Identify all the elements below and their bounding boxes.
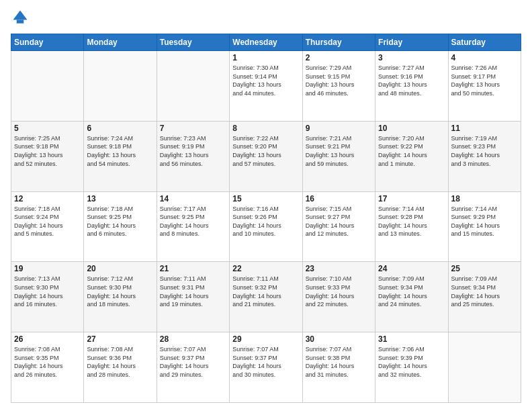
logo — [11, 8, 32, 27]
week-row-1: 5Sunrise: 7:25 AMSunset: 9:18 PMDaylight… — [11, 121, 521, 191]
calendar-cell: 18Sunrise: 7:14 AMSunset: 9:29 PMDayligh… — [448, 191, 521, 262]
day-number: 16 — [306, 194, 372, 203]
calendar-cell: 28Sunrise: 7:07 AMSunset: 9:37 PMDayligh… — [157, 332, 229, 403]
calendar-cell: 26Sunrise: 7:08 AMSunset: 9:35 PMDayligh… — [11, 332, 84, 403]
weekday-header-row: SundayMondayTuesdayWednesdayThursdayFrid… — [11, 34, 521, 51]
day-number: 31 — [378, 334, 445, 344]
weekday-header-monday: Monday — [84, 34, 157, 51]
week-row-4: 26Sunrise: 7:08 AMSunset: 9:35 PMDayligh… — [11, 332, 521, 403]
day-info: Sunrise: 7:29 AMSunset: 9:15 PMDaylight:… — [306, 64, 372, 97]
day-number: 4 — [451, 53, 518, 62]
weekday-header-saturday: Saturday — [448, 34, 521, 51]
day-info: Sunrise: 7:25 AMSunset: 9:18 PMDaylight:… — [14, 134, 81, 168]
day-number: 23 — [306, 264, 372, 273]
calendar-cell: 6Sunrise: 7:24 AMSunset: 9:18 PMDaylight… — [84, 121, 157, 191]
day-info: Sunrise: 7:18 AMSunset: 9:24 PMDaylight:… — [14, 205, 81, 238]
svg-rect-1 — [17, 20, 24, 24]
day-info: Sunrise: 7:06 AMSunset: 9:39 PMDaylight:… — [378, 345, 445, 379]
day-number: 14 — [160, 194, 226, 203]
week-row-3: 19Sunrise: 7:13 AMSunset: 9:30 PMDayligh… — [11, 262, 521, 332]
weekday-header-thursday: Thursday — [302, 34, 375, 51]
calendar-cell: 29Sunrise: 7:07 AMSunset: 9:37 PMDayligh… — [230, 332, 302, 403]
day-info: Sunrise: 7:17 AMSunset: 9:25 PMDaylight:… — [160, 205, 226, 238]
day-number: 24 — [378, 264, 445, 273]
day-info: Sunrise: 7:14 AMSunset: 9:28 PMDaylight:… — [378, 205, 445, 238]
weekday-header-wednesday: Wednesday — [230, 34, 302, 51]
week-row-2: 12Sunrise: 7:18 AMSunset: 9:24 PMDayligh… — [11, 191, 521, 262]
day-info: Sunrise: 7:09 AMSunset: 9:34 PMDaylight:… — [378, 275, 445, 308]
calendar-cell: 4Sunrise: 7:26 AMSunset: 9:17 PMDaylight… — [448, 51, 521, 122]
day-number: 17 — [378, 194, 445, 203]
calendar-cell: 31Sunrise: 7:06 AMSunset: 9:39 PMDayligh… — [375, 332, 448, 403]
day-info: Sunrise: 7:18 AMSunset: 9:25 PMDaylight:… — [87, 205, 153, 238]
calendar-cell: 1Sunrise: 7:30 AMSunset: 9:14 PMDaylight… — [230, 51, 302, 122]
day-info: Sunrise: 7:10 AMSunset: 9:33 PMDaylight:… — [306, 275, 372, 308]
calendar-cell: 11Sunrise: 7:19 AMSunset: 9:23 PMDayligh… — [448, 121, 521, 191]
calendar-table: SundayMondayTuesdayWednesdayThursdayFrid… — [11, 34, 521, 403]
day-info: Sunrise: 7:11 AMSunset: 9:31 PMDaylight:… — [160, 275, 226, 308]
calendar-cell: 20Sunrise: 7:12 AMSunset: 9:30 PMDayligh… — [84, 262, 157, 332]
day-number: 15 — [232, 194, 299, 203]
day-number: 7 — [160, 124, 226, 133]
day-number: 11 — [451, 124, 518, 133]
day-info: Sunrise: 7:11 AMSunset: 9:32 PMDaylight:… — [232, 275, 299, 308]
day-info: Sunrise: 7:26 AMSunset: 9:17 PMDaylight:… — [451, 64, 518, 97]
calendar-cell: 25Sunrise: 7:09 AMSunset: 9:34 PMDayligh… — [448, 262, 521, 332]
day-info: Sunrise: 7:12 AMSunset: 9:30 PMDaylight:… — [87, 275, 153, 308]
day-number: 21 — [160, 264, 226, 273]
day-info: Sunrise: 7:22 AMSunset: 9:20 PMDaylight:… — [232, 134, 299, 168]
calendar-cell: 19Sunrise: 7:13 AMSunset: 9:30 PMDayligh… — [11, 262, 84, 332]
day-info: Sunrise: 7:07 AMSunset: 9:38 PMDaylight:… — [306, 345, 372, 379]
svg-marker-0 — [13, 11, 28, 20]
day-info: Sunrise: 7:27 AMSunset: 9:16 PMDaylight:… — [378, 64, 445, 97]
day-number: 2 — [306, 53, 372, 62]
calendar-cell: 21Sunrise: 7:11 AMSunset: 9:31 PMDayligh… — [157, 262, 229, 332]
day-number: 28 — [160, 334, 226, 344]
calendar-cell: 27Sunrise: 7:08 AMSunset: 9:36 PMDayligh… — [84, 332, 157, 403]
day-info: Sunrise: 7:08 AMSunset: 9:36 PMDaylight:… — [87, 345, 153, 379]
day-info: Sunrise: 7:19 AMSunset: 9:23 PMDaylight:… — [451, 134, 518, 168]
weekday-header-tuesday: Tuesday — [157, 34, 229, 51]
calendar-cell: 24Sunrise: 7:09 AMSunset: 9:34 PMDayligh… — [375, 262, 448, 332]
calendar-cell: 22Sunrise: 7:11 AMSunset: 9:32 PMDayligh… — [230, 262, 302, 332]
page: SundayMondayTuesdayWednesdayThursdayFrid… — [0, 0, 532, 411]
day-info: Sunrise: 7:16 AMSunset: 9:26 PMDaylight:… — [232, 205, 299, 238]
calendar-cell: 8Sunrise: 7:22 AMSunset: 9:20 PMDaylight… — [230, 121, 302, 191]
calendar-cell — [11, 51, 84, 122]
day-number: 9 — [306, 124, 372, 133]
day-info: Sunrise: 7:07 AMSunset: 9:37 PMDaylight:… — [232, 345, 299, 379]
day-info: Sunrise: 7:24 AMSunset: 9:18 PMDaylight:… — [87, 134, 153, 168]
day-number: 20 — [87, 264, 153, 273]
day-info: Sunrise: 7:20 AMSunset: 9:22 PMDaylight:… — [378, 134, 445, 168]
day-info: Sunrise: 7:07 AMSunset: 9:37 PMDaylight:… — [160, 345, 226, 379]
day-number: 13 — [87, 194, 153, 203]
calendar-cell — [157, 51, 229, 122]
calendar-cell: 23Sunrise: 7:10 AMSunset: 9:33 PMDayligh… — [302, 262, 375, 332]
day-number: 30 — [306, 334, 372, 344]
day-info: Sunrise: 7:30 AMSunset: 9:14 PMDaylight:… — [232, 64, 299, 97]
weekday-header-friday: Friday — [375, 34, 448, 51]
day-info: Sunrise: 7:14 AMSunset: 9:29 PMDaylight:… — [451, 205, 518, 238]
calendar-cell: 15Sunrise: 7:16 AMSunset: 9:26 PMDayligh… — [230, 191, 302, 262]
day-info: Sunrise: 7:23 AMSunset: 9:19 PMDaylight:… — [160, 134, 226, 168]
day-number: 3 — [378, 53, 445, 62]
day-number: 26 — [14, 334, 81, 344]
calendar-cell: 13Sunrise: 7:18 AMSunset: 9:25 PMDayligh… — [84, 191, 157, 262]
day-number: 12 — [14, 194, 81, 203]
day-number: 29 — [232, 334, 299, 344]
day-number: 6 — [87, 124, 153, 133]
logo-icon — [11, 8, 30, 27]
calendar-cell: 3Sunrise: 7:27 AMSunset: 9:16 PMDaylight… — [375, 51, 448, 122]
day-info: Sunrise: 7:09 AMSunset: 9:34 PMDaylight:… — [451, 275, 518, 308]
day-number: 19 — [14, 264, 81, 273]
day-number: 27 — [87, 334, 153, 344]
calendar-cell: 17Sunrise: 7:14 AMSunset: 9:28 PMDayligh… — [375, 191, 448, 262]
day-number: 5 — [14, 124, 81, 133]
day-number: 25 — [451, 264, 518, 273]
day-info: Sunrise: 7:08 AMSunset: 9:35 PMDaylight:… — [14, 345, 81, 379]
day-info: Sunrise: 7:15 AMSunset: 9:27 PMDaylight:… — [306, 205, 372, 238]
calendar-cell: 10Sunrise: 7:20 AMSunset: 9:22 PMDayligh… — [375, 121, 448, 191]
week-row-0: 1Sunrise: 7:30 AMSunset: 9:14 PMDaylight… — [11, 51, 521, 122]
day-number: 18 — [451, 194, 518, 203]
day-info: Sunrise: 7:13 AMSunset: 9:30 PMDaylight:… — [14, 275, 81, 308]
